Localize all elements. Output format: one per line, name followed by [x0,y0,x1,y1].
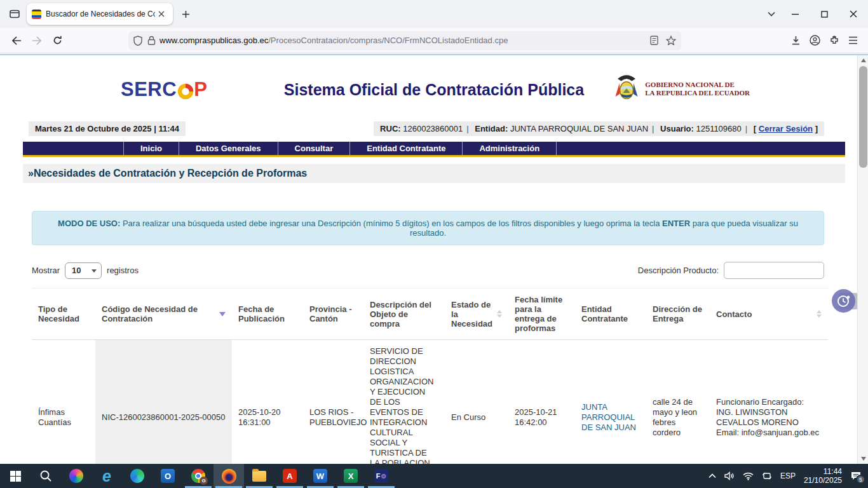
f-app-icon: F⚙ [374,469,388,483]
page-length-select[interactable]: 10 [65,262,102,279]
scroll-down-icon[interactable] [858,454,868,464]
col-descripcion-objeto[interactable]: Descripción del Objeto de compra [363,288,445,340]
windows-logo-icon [10,471,21,482]
language-indicator[interactable]: ESP [780,471,796,480]
col-estado-necesidad[interactable]: Estado de la Necesidad [445,288,508,340]
page-content: SERC P Sistema Oficial de Contratación P… [0,54,868,464]
lock-icon[interactable] [147,36,156,45]
col-provincia-canton[interactable]: Provincia - Cantón [303,288,363,340]
nav-item-inicio[interactable]: Inicio [123,142,179,155]
url-bar[interactable]: www.compraspublicas.gob.ec/ProcesoContra… [128,31,681,50]
col-tipo-necesidad[interactable]: Tipo de Necesidad [32,288,95,340]
logout-link[interactable]: Cerrar Sesión [759,124,813,133]
internet-explorer-button[interactable]: e [92,464,122,488]
scroll-up-icon[interactable] [858,55,868,65]
cell-fecha-limite: 2025-10-21 16:42:00 [508,340,575,464]
col-entidad-contratante[interactable]: Entidad Contratante [575,288,646,340]
shield-icon[interactable] [133,36,142,46]
outlook-button[interactable]: O [153,464,183,488]
nav-item-consultar[interactable]: Consultar [278,142,351,155]
extensions-icon[interactable] [829,36,839,46]
connect-icon[interactable] [762,471,772,480]
edge-button[interactable] [122,464,153,488]
tab-title: Buscador de Necesidades de Co [46,10,155,18]
reader-mode-icon[interactable] [650,36,658,45]
scrollbar-thumb[interactable] [859,66,867,168]
excel-button[interactable]: X [336,464,366,488]
entidad-link[interactable]: JUNTA PARROQUIAL DE SAN JUAN [581,402,636,432]
filter-label: Descripción Producto: [638,266,719,275]
nav-item-administracion[interactable]: Administración [463,142,557,155]
col-contacto[interactable]: Contacto [710,288,828,340]
col-direccion-entrega[interactable]: Dirección de Entrega [646,288,710,340]
ecuador-crest-favicon [32,10,41,19]
page-scrollbar[interactable] [857,55,868,464]
search-button[interactable] [31,464,61,488]
close-window-button[interactable] [839,0,868,28]
firefox-view-icon[interactable] [5,5,24,23]
word-icon: W [313,469,327,483]
col-codigo-necesidad[interactable]: Código de Necesidad de Contratación [95,288,232,340]
necesidades-table: Tipo de Necesidad Código de Necesidad de… [32,288,828,464]
download-icon[interactable] [791,36,801,46]
bookmark-star-icon[interactable] [666,36,676,45]
tray-chevron-icon[interactable] [709,473,716,478]
firefox-button[interactable] [214,464,244,488]
clock-date: 21/10/2025 [804,476,842,485]
floating-extension-widget[interactable] [831,292,858,311]
tab-close-icon[interactable] [155,8,168,20]
cell-estado: En Curso [445,340,508,464]
taskbar-clock[interactable]: 11:44 21/10/2025 [804,467,842,485]
copilot-icon [69,469,83,483]
usage-key: ENTER [662,219,690,228]
wifi-icon[interactable] [743,472,754,480]
table-row: Ínfimas Cuantías NIC-1260023860001-2025-… [32,340,828,464]
back-icon[interactable] [6,31,27,50]
sort-both-icon [497,310,502,318]
acrobat-button[interactable]: A [275,464,305,488]
minimize-button[interactable] [780,0,810,28]
table-header-row: Tipo de Necesidad Código de Necesidad de… [32,288,828,340]
browser-tab[interactable]: Buscador de Necesidades de Co [27,3,173,25]
description-filter-input[interactable] [724,262,824,279]
nav-item-entidad-contratante[interactable]: Entidad Contratante [350,142,463,155]
datetime-box: Martes 21 de Octubre de 2025 | 11:44 [29,121,186,136]
notification-icon[interactable]: 5 [850,471,862,481]
site-header: SERC P Sistema Oficial de Contratación P… [0,59,868,119]
cell-codigo: NIC-1260023860001-2025-00050 [95,340,232,464]
word-button[interactable]: W [305,464,336,488]
maximize-button[interactable] [810,0,839,28]
sort-both-icon [817,310,822,318]
ecuador-crest-icon [613,73,640,105]
usage-body: Para realizar una búsqueda usted debe in… [120,219,662,228]
clock-widget-icon[interactable] [832,289,855,313]
f-app-button[interactable]: F⚙ [366,464,397,488]
contacto-funcionario: Funcionario Encargado: ING. LIWINSGTON C… [716,397,822,428]
clock-time: 11:44 [804,467,842,476]
reload-icon[interactable] [47,31,67,50]
contacto-email: Email: info@sanjuan.gob.ec [716,428,822,438]
menu-icon[interactable] [848,36,858,44]
copilot-button[interactable] [61,464,92,488]
forward-icon[interactable] [27,31,47,50]
col-fecha-limite[interactable]: Fecha límite para la entrega de proforma… [508,288,575,340]
chrome-button[interactable]: G [183,464,214,488]
url-path: /ProcesoContratacion/compras/NCO/FrmNCOL… [268,36,508,45]
start-button[interactable] [0,464,31,488]
account-icon[interactable] [810,35,820,46]
usage-prefix: MODO DE USO: [58,219,120,228]
new-tab-button[interactable] [177,5,194,23]
tab-list-chevron-icon[interactable] [763,5,780,23]
file-explorer-button[interactable] [244,464,275,488]
excel-icon: X [344,469,358,483]
window-controls [780,0,868,28]
acrobat-icon: A [283,469,297,483]
page-length-select-wrap: 10 [65,262,102,279]
nav-item-datos-generales[interactable]: Datos Generales [179,142,278,155]
cell-contacto: Funcionario Encargado: ING. LIWINSGTON C… [710,340,828,464]
cell-provincia: LOS RIOS - PUEBLOVIEJO [303,340,363,464]
logout-bracket-close: ] [815,124,818,133]
volume-icon[interactable] [724,471,735,480]
col-fecha-publicacion[interactable]: Fecha de Publicación [232,288,303,340]
usage-note: MODO DE USO: Para realizar una búsqueda … [32,211,824,245]
